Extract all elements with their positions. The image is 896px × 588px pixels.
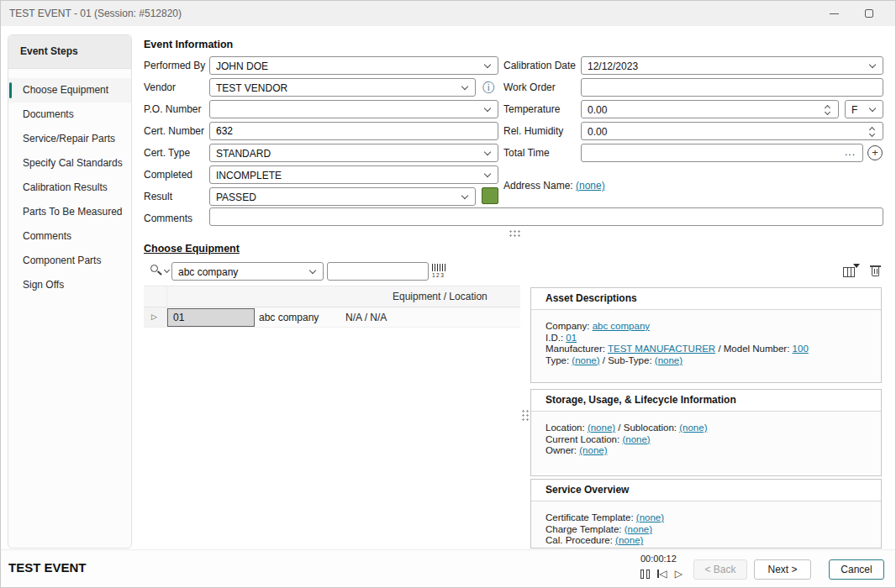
subtype-label: / Sub-Type: bbox=[603, 355, 652, 365]
chevron-down-icon bbox=[461, 192, 468, 199]
sidebar-item-calibration-results[interactable]: Calibration Results bbox=[8, 176, 131, 200]
restart-icon[interactable] bbox=[657, 570, 667, 579]
chevron-down-icon bbox=[484, 61, 491, 68]
certificate-template-line: Certificate Template: (none) bbox=[546, 512, 867, 524]
id-link[interactable]: 01 bbox=[566, 333, 577, 343]
rel-humidity-stepper[interactable]: 0.00 bbox=[581, 122, 883, 140]
storage-body: Location: (none) / Sublocation: (none) C… bbox=[531, 412, 881, 457]
po-number-label: P.O. Number bbox=[144, 103, 201, 115]
work-order-input[interactable] bbox=[581, 78, 883, 97]
performed-by-select[interactable]: JOHN DOE bbox=[209, 56, 498, 75]
expand-row-icon[interactable] bbox=[151, 312, 157, 321]
company-line: Company: abc company bbox=[546, 321, 867, 333]
spinner-icons[interactable] bbox=[868, 125, 877, 139]
vendor-select[interactable]: TEST VENDOR bbox=[209, 78, 476, 97]
event-title: TEST EVENT bbox=[8, 560, 87, 575]
certificate-template-link[interactable]: (none) bbox=[636, 512, 664, 522]
company-label: Company: bbox=[546, 321, 589, 331]
manufacturer-link[interactable]: TEST MANUFACTURER bbox=[608, 344, 715, 354]
equipment-table-header[interactable]: Equipment / Location bbox=[144, 286, 520, 307]
service-overview-body: Certificate Template: (none) Charge Temp… bbox=[531, 501, 881, 547]
table-gutter bbox=[144, 286, 167, 307]
current-location-link[interactable]: (none) bbox=[622, 434, 650, 444]
model-number-link[interactable]: 100 bbox=[793, 344, 809, 354]
equipment-location-column-header[interactable]: Equipment / Location bbox=[393, 291, 488, 302]
total-time-browse-button[interactable]: ... bbox=[845, 145, 856, 159]
calibration-date-select[interactable]: 12/12/2023 bbox=[581, 56, 883, 75]
type-link[interactable]: (none) bbox=[572, 355, 599, 365]
cal-procedure-line: Cal. Procedure: (none) bbox=[546, 535, 867, 547]
temperature-unit-select[interactable]: F bbox=[845, 100, 883, 118]
equipment-company-cell[interactable]: abc company bbox=[259, 312, 319, 323]
chevron-down-icon bbox=[869, 105, 876, 112]
equipment-table: Equipment / Location 01 abc company N/A … bbox=[144, 286, 520, 549]
sidebar-item-documents[interactable]: Documents bbox=[8, 102, 131, 127]
minimize-button[interactable] bbox=[818, 1, 851, 26]
horizontal-splitter-handle[interactable] bbox=[509, 229, 522, 237]
edit-columns-icon[interactable] bbox=[843, 264, 860, 278]
result-select[interactable]: PASSED bbox=[209, 187, 476, 206]
equipment-search-input[interactable] bbox=[327, 262, 429, 281]
sublocation-link[interactable]: (none) bbox=[679, 423, 707, 433]
sidebar-item-choose-equipment[interactable]: Choose Equipment bbox=[8, 78, 131, 102]
timer-value: 00:00:12 bbox=[640, 554, 677, 564]
company-link[interactable]: abc company bbox=[593, 321, 650, 331]
play-icon[interactable] bbox=[675, 570, 683, 579]
sidebar-item-service-repair-parts[interactable]: Service/Repair Parts bbox=[8, 127, 131, 151]
event-information-title: Event Information bbox=[144, 39, 233, 50]
cert-number-input[interactable] bbox=[209, 122, 498, 140]
event-steps-panel: Event Steps Choose Equipment Documents S… bbox=[8, 34, 132, 549]
vendor-info-icon[interactable]: ⓘ bbox=[482, 81, 494, 94]
sidebar-item-comments[interactable]: Comments bbox=[8, 224, 131, 249]
equipment-location-cell[interactable]: N/A / N/A bbox=[345, 312, 387, 323]
sidebar-item-parts-to-be-measured[interactable]: Parts To Be Measured bbox=[8, 200, 131, 224]
storage-usage-lifecycle-title: Storage, Usage, & Lifecycle Information bbox=[531, 390, 881, 412]
spinner-icons[interactable] bbox=[824, 103, 832, 117]
location-link[interactable]: (none) bbox=[588, 423, 615, 433]
sidebar-item-sign-offs[interactable]: Sign Offs bbox=[8, 273, 131, 297]
add-time-icon[interactable] bbox=[867, 145, 883, 160]
company-filter-select[interactable]: abc company bbox=[171, 262, 324, 281]
chevron-down-icon bbox=[484, 149, 491, 155]
service-overview-title: Service Overview bbox=[531, 480, 881, 501]
comments-input[interactable] bbox=[209, 207, 883, 226]
sidebar-item-component-parts[interactable]: Component Parts bbox=[8, 249, 131, 273]
grid-icon bbox=[843, 267, 855, 277]
current-location-line: Current Location: (none) bbox=[546, 434, 867, 446]
charge-template-link[interactable]: (none) bbox=[625, 524, 652, 534]
chevron-down-icon bbox=[484, 105, 491, 112]
performed-by-label: Performed By bbox=[144, 60, 205, 71]
cert-type-select[interactable]: STANDARD bbox=[209, 144, 498, 162]
calibration-date-label: Calibration Date bbox=[503, 60, 576, 71]
table-row[interactable]: 01 abc company N/A / N/A bbox=[144, 307, 520, 328]
total-time-field[interactable]: ... bbox=[581, 144, 863, 162]
cancel-button[interactable]: Cancel bbox=[829, 559, 884, 580]
type-line: Type: (none) / Sub-Type: (none) bbox=[546, 355, 867, 367]
address-name-link[interactable]: (none) bbox=[576, 180, 605, 192]
barcode-scan-icon[interactable]: 123 bbox=[432, 264, 447, 279]
vertical-splitter-handle[interactable] bbox=[521, 409, 529, 423]
chevron-down-icon bbox=[869, 61, 876, 68]
pause-icon[interactable] bbox=[640, 570, 650, 579]
cert-number-label: Cert. Number bbox=[144, 125, 204, 137]
next-button[interactable]: Next > bbox=[754, 559, 811, 580]
owner-link[interactable]: (none) bbox=[579, 445, 607, 455]
equipment-id-cell[interactable]: 01 bbox=[167, 308, 255, 327]
back-button[interactable]: < Back bbox=[693, 559, 747, 580]
chevron-down-icon bbox=[484, 171, 491, 177]
sidebar-item-specify-cal-standards[interactable]: Specify Cal Standards bbox=[8, 151, 131, 176]
window-title: TEST EVENT - 01 (Session: #512820) bbox=[9, 8, 182, 19]
temperature-stepper[interactable]: 0.00 bbox=[581, 100, 839, 118]
search-button[interactable] bbox=[149, 262, 171, 281]
charge-template-label: Charge Template: bbox=[546, 524, 622, 534]
cal-procedure-link[interactable]: (none) bbox=[615, 535, 643, 545]
maximize-button[interactable] bbox=[853, 1, 887, 26]
sublocation-label: / Sublocation: bbox=[618, 423, 677, 433]
subtype-link[interactable]: (none) bbox=[655, 355, 683, 365]
location-label: Location: bbox=[546, 423, 585, 433]
delete-icon[interactable] bbox=[869, 264, 882, 278]
search-icon-handle bbox=[157, 270, 162, 275]
completed-select[interactable]: INCOMPLETE bbox=[209, 165, 498, 184]
model-number-label: / Model Number: bbox=[718, 344, 789, 354]
po-number-select[interactable] bbox=[209, 100, 498, 118]
